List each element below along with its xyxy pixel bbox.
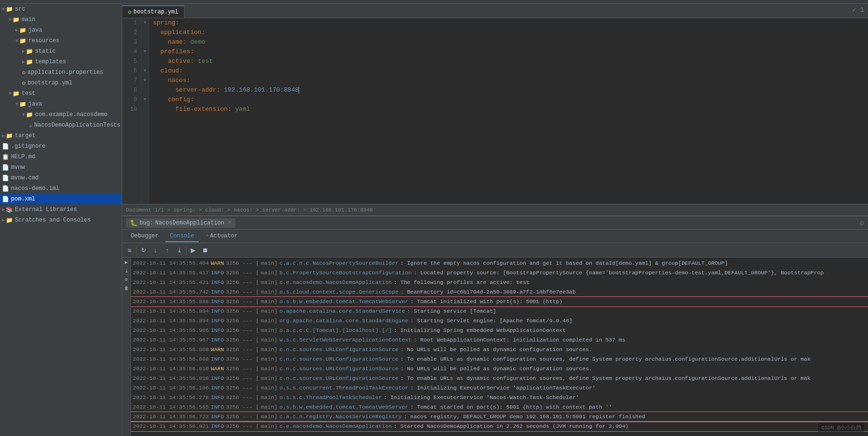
log-message: : Initializing ExecutorService 'Nacos-Wa…: [384, 393, 579, 402]
sidebar-item-target[interactable]: ▶ 📁 target: [0, 130, 122, 141]
log-line-18: 2022-10-11 14:35:56.821 INFO 3256 --- [ …: [131, 422, 868, 431]
sidebar-item-java[interactable]: ▶ 📁 java: [0, 25, 122, 35]
watermark-text: CSDN @小小白鸽: [821, 425, 861, 431]
sidebar-item-application-properties[interactable]: ⚙ application.properties: [0, 67, 122, 78]
sidebar-item-gitignore[interactable]: 📄 .gitignore: [0, 141, 122, 152]
sidebar-item-static[interactable]: ▶ 📁 static: [0, 46, 122, 57]
log-class: o.s.cloud.context.scope.GenericScope: [279, 287, 398, 297]
tab-icon: ⚙: [128, 9, 131, 16]
sidebar-label: application.properties: [27, 69, 103, 76]
log-thread: main]: [261, 287, 278, 297]
settings-gear-icon[interactable]: ⚙: [859, 218, 864, 228]
folder-icon: 📚: [6, 206, 13, 213]
fold-7[interactable]: ▼: [141, 76, 149, 85]
sidebar-item-mvnw[interactable]: 📄 mvnw: [0, 162, 122, 173]
sidebar-item-mvnw-cmd[interactable]: 📄 mvnw.cmd: [0, 173, 122, 183]
line-num-7: 7: [124, 76, 137, 85]
arrow-icon: ▶: [22, 48, 25, 54]
sidebar-item-resources[interactable]: ▼ 📁 resources: [0, 35, 122, 46]
sidebar-item-help-md[interactable]: 📋 HELP.md: [0, 152, 122, 162]
tab-actuator[interactable]: ⚡ Actuator: [201, 230, 243, 242]
sidebar-item-nacos-demo-iml[interactable]: 📄 nacos-demo.iml: [0, 183, 122, 194]
sidebar-item-pom-xml[interactable]: 📄 pom.xml: [0, 194, 122, 204]
log-pid: 3256 --- [: [226, 374, 259, 383]
sidebar: ▼ 📁 src ▼ 📁 main ▶ 📁 java ▼ 📁 resources: [0, 4, 122, 436]
log-message: : The following profiles are active: tes…: [394, 278, 530, 287]
sidebar-item-test[interactable]: ▼ 📁 test: [0, 88, 122, 99]
console-toolbar: ≡ ↻ ↓ ↑ ⤓ ▶ ⏹: [122, 243, 868, 258]
log-line-14: 2022-10-11 14:35:56.106 INFO 3256 --- [ …: [131, 383, 868, 393]
log-line-12: 2022-10-11 14:35:56.010 WARN 3256 --- [ …: [131, 364, 868, 374]
sidebar-item-java-test[interactable]: ▼ 📁 java: [0, 99, 122, 109]
sidebar-label: mvnw.cmd: [11, 175, 39, 181]
arrow-icon: ▼: [9, 17, 12, 23]
log-pid: 3256 --- [: [226, 335, 259, 345]
log-message: : Initializing Spring embedded WebApplic…: [394, 326, 566, 335]
log-thread: main]: [261, 297, 278, 306]
close-icon[interactable]: ×: [228, 220, 231, 226]
code-line-10: file-extension: yaml: [153, 105, 864, 114]
log-timestamp: 2022-10-11 14:35:55.894: [133, 306, 209, 316]
log-level: INFO: [211, 316, 224, 326]
toolbar-btn-up[interactable]: ↑: [162, 245, 173, 256]
tab-actuator-label: Actuator: [210, 233, 238, 239]
file-icon: 📄: [2, 196, 9, 203]
folder-icon: 📁: [26, 48, 33, 55]
log-level: INFO: [211, 335, 224, 345]
bottom-panel: 🐛 bug: NacosDemoApplication × ⚙ Debugger…: [122, 215, 868, 436]
sidebar-item-scratches[interactable]: ▶ 📁 Scratches and Consoles: [0, 215, 122, 225]
log-message: : Starting service [Tomcat]: [407, 306, 496, 316]
sidebar-label: templates: [35, 59, 66, 65]
fold-1[interactable]: ▼: [141, 18, 149, 28]
sidebar-label: static: [35, 48, 56, 55]
toolbar-btn-end[interactable]: ⤓: [174, 245, 185, 256]
log-thread: main]: [261, 383, 278, 393]
line-num-3: 3: [124, 37, 137, 47]
sidebar-item-bootstrap-yml[interactable]: ⚙ bootstrap.yml: [0, 78, 122, 88]
log-level: INFO: [211, 354, 224, 364]
sidebar-item-tests-class[interactable]: ☕ NacosDemoApplicationTests: [0, 120, 122, 130]
log-line-1: 2022-10-11 14:35:55.404 WARN 3256 --- [ …: [131, 259, 868, 268]
log-line-10: 2022-10-11 14:35:56.008 WARN 3256 --- [ …: [131, 345, 868, 354]
sidebar-item-templates[interactable]: ▶ 📁 templates: [0, 57, 122, 67]
log-timestamp: 2022-10-11 14:35:56.008: [133, 354, 209, 364]
toolbar-btn-rerun[interactable]: ↻: [138, 245, 149, 256]
toolbar-btn-down[interactable]: ↓: [150, 245, 161, 256]
log-thread: main]: [261, 316, 278, 326]
sidebar-item-external-libraries[interactable]: ▶ 📚 External Libraries: [0, 204, 122, 215]
log-class: o.s.b.w.embedded.tomcat.TomcatWebServer: [279, 297, 408, 306]
sidebar-item-src[interactable]: ▼ 📁 src: [0, 4, 122, 14]
file-icon: ⚙: [22, 69, 25, 76]
log-line-6: 2022-10-11 14:35:55.894 INFO 3256 --- [ …: [131, 306, 868, 316]
file-icon: 📄: [2, 175, 9, 182]
run-app-tab[interactable]: 🐛 bug: NacosDemoApplication ×: [126, 218, 235, 228]
tab-debugger[interactable]: Debugger: [126, 231, 163, 242]
toolbar-btn-stop[interactable]: ⏹: [200, 245, 210, 256]
editor-tab-bootstrap[interactable]: ⚙ bootstrap.yml: [122, 5, 185, 18]
sidebar-item-package[interactable]: ▼ 📁 com.example.nacosdemo: [0, 109, 122, 120]
line-num-5: 5: [124, 57, 137, 66]
sidebar-item-main[interactable]: ▼ 📁 main: [0, 14, 122, 25]
log-thread: main]: [261, 412, 278, 422]
breadcrumb: Document 1/1 > spring: > cloud: > nacos:…: [126, 207, 373, 213]
fold-9[interactable]: ▼: [141, 95, 149, 105]
side-icon-1[interactable]: ▶: [125, 259, 127, 265]
code-area: 1 2 3 4 5 6 7 8 9 10: [122, 18, 868, 204]
log-timestamp: 2022-10-11 14:35:55.967: [133, 335, 209, 345]
toolbar-btn-play[interactable]: ▶: [188, 245, 198, 256]
side-icon-4[interactable]: 🗑: [124, 285, 129, 291]
fold-4[interactable]: ▼: [141, 47, 149, 57]
log-thread: main]: [261, 268, 278, 278]
log-message: : Located property source: [BootstrapPro…: [414, 268, 824, 278]
log-message: : nacos registry, DEFAULT_GROUP demo 192…: [404, 412, 645, 422]
toolbar-btn-menu[interactable]: ≡: [124, 245, 135, 256]
fold-6[interactable]: ▼: [141, 66, 149, 76]
log-timestamp: 2022-10-11 14:35:55.894: [133, 316, 209, 326]
console-side-icons: ▶ ⤓ ⚙ 🗑: [122, 258, 131, 436]
log-pid: 3256 --- [: [226, 412, 259, 422]
sidebar-label: HELP.md: [11, 153, 35, 160]
side-icon-2[interactable]: ⤓: [125, 268, 128, 274]
log-timestamp: 2022-10-11 14:35:56.008: [133, 345, 209, 354]
tab-console[interactable]: Console: [165, 231, 199, 242]
side-icon-3[interactable]: ⚙: [125, 277, 127, 283]
